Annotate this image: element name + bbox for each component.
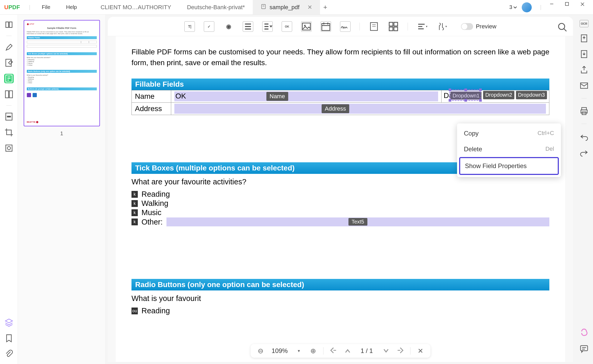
dropdown-tool[interactable]	[262, 21, 273, 32]
separator	[581, 124, 587, 124]
date-field-cell[interactable]: Date Dropdown1	[442, 90, 549, 103]
button-tool[interactable]: OK	[282, 21, 292, 32]
recognize-tool[interactable]	[369, 21, 379, 32]
comment-tool-icon[interactable]	[4, 42, 14, 52]
prev-page-button[interactable]	[343, 347, 352, 355]
maximize-button[interactable]	[565, 2, 576, 13]
export-tool-icon[interactable]	[579, 34, 589, 43]
close-bar-button[interactable]: ✕	[416, 347, 425, 355]
image-tool[interactable]	[301, 21, 312, 32]
zoom-dropdown-icon[interactable]: ▼	[295, 347, 303, 355]
tab-deutsche[interactable]: Deutsche-Bank-privat*	[179, 0, 253, 14]
date-tool[interactable]	[321, 21, 331, 32]
redact-tool-icon[interactable]	[4, 112, 14, 121]
tools-dropdown[interactable]: ▾	[436, 21, 447, 32]
separator: |	[29, 4, 30, 10]
checkbox-icon[interactable]: k	[131, 209, 138, 216]
dropdown2-tag[interactable]: Dropdown2	[483, 91, 514, 99]
attachment-tool-icon[interactable]	[4, 349, 14, 359]
separator	[581, 98, 587, 98]
ocr-tool-icon[interactable]: OCR	[580, 20, 589, 27]
list-tool[interactable]	[243, 21, 253, 32]
section-radio-buttons: Radio Buttons (only one option can be se…	[131, 279, 549, 290]
address-field-tag: Address	[322, 104, 349, 113]
share-tool-icon[interactable]	[579, 65, 589, 75]
page-thumbnail[interactable]: ⬤ UPDF Sample Fillable PDF Form Fillable…	[24, 20, 100, 126]
last-page-button[interactable]	[396, 347, 404, 355]
checkbox-icon[interactable]: k	[131, 200, 138, 207]
svg-point-40	[559, 23, 565, 29]
menu-help[interactable]: Help	[66, 4, 77, 10]
ai-tool-icon[interactable]	[579, 328, 589, 338]
menu-file[interactable]: File	[42, 4, 50, 10]
text-field-tool[interactable]: T|	[184, 21, 195, 32]
svg-rect-4	[565, 2, 569, 6]
bookmark-tool-icon[interactable]	[4, 334, 14, 343]
close-window-button[interactable]	[580, 2, 591, 13]
radio-section: Radio Buttons (only one option can be se…	[131, 279, 549, 315]
zoom-in-button[interactable]: ⊕	[309, 347, 317, 355]
form-tool-icon[interactable]	[4, 74, 14, 83]
align-tool[interactable]: ▾	[417, 21, 427, 32]
next-page-button[interactable]	[382, 347, 390, 355]
toggle-switch[interactable]	[461, 23, 473, 30]
address-field-cell[interactable]: Address	[171, 103, 549, 115]
tab-client[interactable]: CLIENT MO…AUTHORITY	[93, 0, 179, 14]
separator	[359, 23, 360, 30]
zoom-out-button[interactable]: ⊖	[256, 347, 265, 355]
tab-sample-pdf[interactable]: sample_pdf ✕	[253, 0, 320, 14]
email-tool-icon[interactable]	[579, 81, 589, 90]
radio-question: What is your favourit	[131, 294, 549, 303]
tick-option-walking[interactable]: kWalking	[131, 199, 549, 208]
tick-option-reading[interactable]: kReading	[131, 190, 549, 199]
preview-label: Preview	[476, 23, 496, 30]
name-field-cell[interactable]: OK Name	[171, 90, 442, 103]
other-text-field[interactable]: Text5	[166, 217, 549, 226]
grid-tool[interactable]	[388, 21, 399, 32]
radio-tool[interactable]: ◉	[223, 21, 234, 32]
ctx-copy[interactable]: CopyCtrl+C	[459, 126, 559, 141]
preview-toggle[interactable]: Preview	[461, 23, 496, 30]
thumbnail-page-number: 1	[60, 131, 63, 137]
new-tab-button[interactable]: +	[320, 0, 331, 14]
checkbox-icon[interactable]: k	[131, 219, 138, 225]
checkbox-icon[interactable]: k	[131, 191, 138, 198]
page-indicator[interactable]: 1 / 1	[358, 347, 376, 355]
name-field-tag: Name	[266, 92, 288, 101]
ctx-delete[interactable]: DeleteDel	[459, 141, 559, 157]
separator	[6, 36, 12, 36]
svg-rect-16	[6, 145, 12, 151]
watermark-tool-icon[interactable]	[4, 143, 14, 153]
svg-rect-36	[394, 27, 398, 31]
signature-tool[interactable]	[340, 21, 351, 32]
dropdown3-tag[interactable]: Dropdown3	[516, 91, 547, 99]
reader-tool-icon[interactable]	[4, 20, 14, 29]
search-icon[interactable]	[557, 22, 568, 33]
organize-tool-icon[interactable]	[4, 90, 14, 99]
import-tool-icon[interactable]	[579, 49, 589, 59]
tick-option-other[interactable]: k Other: Text5	[131, 217, 549, 226]
redo-icon[interactable]	[579, 148, 589, 157]
radio-option-reading[interactable]: ouReading	[131, 306, 549, 315]
user-avatar[interactable]	[522, 2, 532, 12]
layers-tool-icon[interactable]	[4, 318, 14, 327]
minimize-button[interactable]	[550, 2, 560, 13]
close-tab-icon[interactable]: ✕	[307, 4, 312, 11]
checkbox-tool[interactable]: ✓	[204, 21, 214, 32]
name-label: Name	[132, 90, 171, 103]
ctx-show-properties[interactable]: Show Field Properties	[459, 157, 559, 175]
count-dropdown[interactable]: 3	[509, 4, 517, 10]
zoom-level[interactable]: 109%	[271, 347, 289, 355]
undo-icon[interactable]	[579, 132, 589, 141]
separator	[323, 347, 323, 355]
edit-tool-icon[interactable]	[4, 58, 14, 67]
left-toolbar	[0, 15, 18, 364]
first-page-button[interactable]	[329, 347, 338, 355]
print-tool-icon[interactable]	[579, 106, 589, 116]
svg-rect-48	[581, 346, 588, 351]
radio-icon[interactable]: ou	[131, 308, 138, 314]
crop-tool-icon[interactable]	[4, 128, 14, 137]
separator: |	[540, 4, 541, 10]
chat-tool-icon[interactable]	[579, 344, 589, 353]
tick-option-music[interactable]: kMusic	[131, 208, 549, 217]
